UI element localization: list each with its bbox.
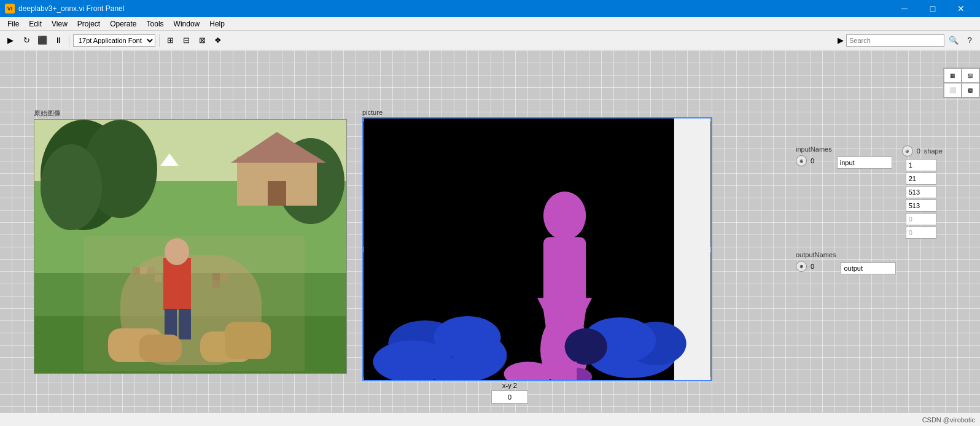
menu-tools[interactable]: Tools (142, 17, 169, 31)
shape-val-2: 513 (906, 186, 936, 198)
svg-rect-26 (212, 273, 220, 281)
menu-project[interactable]: Project (72, 17, 105, 31)
mini-toolbar: ▦ ▨ ⬜ ▩ (943, 68, 980, 98)
minimize-button[interactable]: ─ (890, 0, 919, 17)
shape-val-3: 513 (906, 199, 936, 212)
run-continuously-button[interactable]: ↻ (20, 34, 33, 47)
menu-operate[interactable]: Operate (105, 17, 141, 31)
mini-cell-4: ▩ (962, 83, 979, 98)
maximize-button[interactable]: □ (919, 0, 947, 17)
distribute-button[interactable]: ⊟ (179, 34, 193, 47)
svg-point-31 (543, 192, 586, 240)
shape-label: shape (924, 147, 943, 155)
shape-values: 1 21 513 513 0 0 (906, 159, 943, 239)
shape-val-4: 0 (906, 213, 936, 225)
inputnames-spinner: ⊕ 0 (796, 155, 832, 166)
menu-file[interactable]: File (2, 17, 24, 31)
outputnames-label: outputNames (796, 251, 836, 258)
title-bar-controls: ─ □ ✕ (890, 0, 975, 17)
title-bar-left: VI deeplabv3+_onnx.vi Front Panel (5, 4, 124, 14)
menu-window[interactable]: Window (169, 17, 205, 31)
svg-rect-22 (133, 267, 140, 274)
resize-button[interactable]: ⊠ (195, 34, 209, 47)
svg-rect-27 (220, 273, 227, 281)
svg-rect-8 (268, 181, 286, 206)
right-panel: inputNames ⊕ 0 ⊕ 0 shape 1 21 513 (796, 145, 968, 274)
reorder-button[interactable]: ❖ (211, 34, 225, 47)
search-submit-button[interactable]: 🔍 (947, 34, 960, 47)
original-image-display (34, 119, 347, 374)
svg-rect-25 (155, 274, 162, 282)
mini-cell-1: ▦ (944, 68, 962, 83)
svg-rect-24 (147, 267, 155, 274)
window-title: deeplabv3+_onnx.vi Front Panel (18, 4, 124, 13)
svg-point-4 (41, 144, 102, 230)
svg-rect-21 (84, 236, 305, 371)
title-bar: VI deeplabv3+_onnx.vi Front Panel ─ □ ✕ (0, 0, 980, 17)
svg-rect-23 (140, 267, 147, 274)
segmentation-label: picture (362, 109, 718, 116)
shape-spinner-btn[interactable]: ⊕ (902, 145, 913, 157)
toolbar: ▶ ↻ ⬛ ⏸ 17pt Application Font ⊞ ⊟ ⊠ ❖ ▶ … (0, 31, 980, 50)
outputnames-field[interactable] (841, 262, 896, 274)
pause-button[interactable]: ⏸ (52, 34, 65, 47)
mini-cell-2: ▨ (962, 68, 979, 83)
menu-view[interactable]: View (47, 17, 72, 31)
mini-cell-3: ⬜ (944, 83, 962, 98)
shape-spinner-value: 0 (917, 147, 920, 155)
shape-val-1: 21 (906, 172, 936, 185)
original-image-label: 原始图像 (34, 109, 353, 118)
xy-panel: x-y 2 0 (491, 382, 528, 404)
search-icon: ▶ (838, 36, 844, 45)
inputnames-spinner-btn[interactable]: ⊕ (796, 155, 807, 166)
segmentation-result-svg (364, 118, 711, 380)
svg-rect-28 (212, 281, 220, 288)
outputnames-spinner-btn[interactable]: ⊕ (796, 261, 807, 272)
svg-rect-45 (553, 362, 577, 380)
inputnames-field[interactable] (837, 157, 892, 169)
original-photo-svg (34, 120, 347, 374)
status-right: CSDN @virobotic (922, 416, 975, 424)
menu-edit[interactable]: Edit (24, 17, 47, 31)
app-icon: VI (5, 4, 15, 14)
inputnames-spinner-value: 0 (809, 157, 816, 165)
status-bar: CSDN @virobotic (0, 412, 980, 426)
run-button[interactable]: ▶ (4, 34, 17, 47)
shape-val-5: 0 (906, 227, 936, 239)
original-image-panel: 原始图像 (34, 109, 353, 379)
toolbar-separator-1 (69, 34, 69, 47)
main-canvas: ▦ ▨ ⬜ ▩ 原始图像 (0, 50, 980, 425)
abort-button[interactable]: ⬛ (36, 34, 49, 47)
menu-bar: File Edit View Project Operate Tools Win… (0, 17, 980, 31)
outputnames-spinner: ⊕ 0 (796, 261, 836, 272)
segmentation-panel: picture (362, 109, 718, 385)
close-button[interactable]: ✕ (947, 0, 975, 17)
outputnames-spinner-value: 0 (809, 263, 816, 270)
menu-help[interactable]: Help (204, 17, 230, 31)
svg-point-44 (565, 328, 607, 365)
help-button[interactable]: ? (963, 34, 976, 47)
align-button[interactable]: ⊞ (163, 34, 177, 47)
shape-val-0: 1 (906, 159, 936, 171)
xy-value: 0 (491, 390, 528, 404)
inputnames-label: inputNames (796, 145, 832, 153)
search-input[interactable] (846, 34, 944, 47)
segmentation-display (362, 117, 712, 381)
toolbar-separator-2 (159, 34, 160, 47)
font-selector[interactable]: 17pt Application Font (73, 34, 155, 47)
xy-label: x-y 2 (491, 382, 528, 389)
